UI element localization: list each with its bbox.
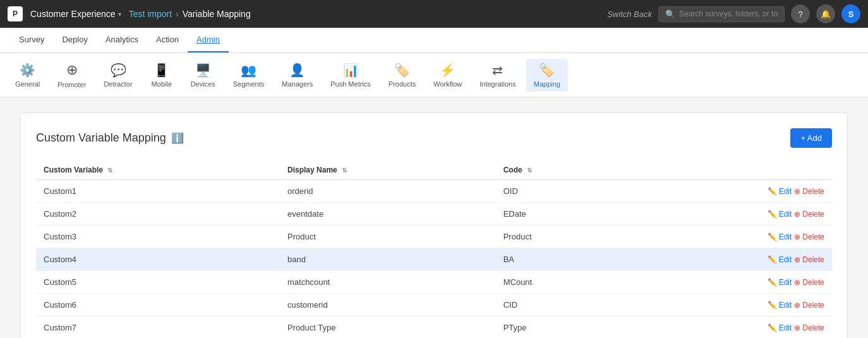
col-actions bbox=[623, 160, 832, 180]
app-logo: P bbox=[8, 6, 23, 21]
cell-custom-variable: Custom6 bbox=[36, 294, 280, 317]
col-display-name: Display Name ⇅ bbox=[280, 160, 496, 180]
search-input[interactable] bbox=[679, 9, 778, 18]
edit-button[interactable]: ✏️ Edit bbox=[768, 323, 792, 332]
delete-icon: ⊗ bbox=[794, 323, 800, 332]
notifications-button[interactable]: 🔔 bbox=[816, 4, 835, 23]
cell-actions: ✏️ Edit ⊗ Delete bbox=[623, 203, 832, 226]
cell-actions: ✏️ Edit ⊗ Delete bbox=[623, 294, 832, 317]
help-button[interactable]: ? bbox=[791, 4, 810, 23]
detractor-icon: 💬 bbox=[111, 63, 126, 78]
edit-button[interactable]: ✏️ Edit bbox=[768, 232, 792, 241]
breadcrumb: Test import › Variable Mapping bbox=[129, 9, 600, 19]
promoter-icon: ⊕ bbox=[66, 62, 78, 78]
app-name-dropdown[interactable]: Customer Experience ▾ bbox=[30, 9, 121, 19]
cell-code: Product bbox=[496, 226, 623, 248]
user-avatar[interactable]: S bbox=[841, 4, 860, 23]
delete-icon: ⊗ bbox=[794, 301, 800, 310]
nav-item-action[interactable]: Action bbox=[147, 28, 188, 52]
cell-code: OID bbox=[496, 180, 623, 203]
workflow-icon: ⚡ bbox=[440, 63, 455, 78]
add-mapping-button[interactable]: + Add bbox=[790, 128, 832, 148]
top-bar: P Customer Experience ▾ Test import › Va… bbox=[0, 0, 868, 28]
delete-button[interactable]: ⊗ Delete bbox=[794, 301, 824, 310]
cell-actions: ✏️ Edit ⊗ Delete bbox=[623, 271, 832, 294]
sort-icon-code[interactable]: ⇅ bbox=[527, 167, 532, 174]
card-title: Custom Variable Mapping bbox=[36, 131, 166, 145]
toolbar-devices[interactable]: 🖥️ Devices bbox=[183, 59, 223, 92]
toolbar-integrations[interactable]: ⇄ Integrations bbox=[472, 59, 523, 92]
table-row: Custom5 matchcount MCount ✏️ Edit ⊗ Dele… bbox=[36, 271, 832, 294]
main-content: Custom Variable Mapping ℹ️ + Add Custom … bbox=[0, 97, 868, 338]
cell-display-name: eventdate bbox=[280, 203, 496, 226]
edit-icon: ✏️ bbox=[768, 323, 777, 332]
cell-code: CID bbox=[496, 294, 623, 317]
col-custom-variable: Custom Variable ⇅ bbox=[36, 160, 280, 180]
search-box[interactable]: 🔍 bbox=[658, 6, 785, 22]
breadcrumb-link[interactable]: Test import bbox=[129, 9, 172, 19]
mapping-card: Custom Variable Mapping ℹ️ + Add Custom … bbox=[20, 112, 848, 338]
nav-item-admin[interactable]: Admin bbox=[188, 28, 229, 52]
push-metrics-icon: 📊 bbox=[343, 63, 359, 78]
delete-button[interactable]: ⊗ Delete bbox=[794, 232, 824, 241]
edit-icon: ✏️ bbox=[768, 210, 777, 219]
help-tooltip-icon[interactable]: ℹ️ bbox=[171, 132, 184, 144]
delete-button[interactable]: ⊗ Delete bbox=[794, 187, 824, 196]
edit-button[interactable]: ✏️ Edit bbox=[768, 278, 792, 287]
toolbar-detractor[interactable]: 💬 Detractor bbox=[96, 59, 140, 92]
search-icon: 🔍 bbox=[665, 9, 675, 19]
toolbar: ⚙️ General ⊕ Promoter 💬 Detractor 📱 Mobi… bbox=[0, 53, 868, 97]
delete-icon: ⊗ bbox=[794, 232, 800, 241]
edit-button[interactable]: ✏️ Edit bbox=[768, 187, 792, 196]
toolbar-mobile[interactable]: 📱 Mobile bbox=[143, 59, 181, 92]
cell-actions: ✏️ Edit ⊗ Delete bbox=[623, 180, 832, 203]
toolbar-products[interactable]: 🏷️ Products bbox=[381, 59, 423, 92]
table-row: Custom7 Product Type PType ✏️ Edit ⊗ Del… bbox=[36, 317, 832, 339]
card-header: Custom Variable Mapping ℹ️ + Add bbox=[36, 128, 832, 148]
toolbar-workflow[interactable]: ⚡ Workflow bbox=[426, 59, 469, 92]
cell-display-name: customerid bbox=[280, 294, 496, 317]
nav-item-survey[interactable]: Survey bbox=[10, 28, 53, 52]
edit-button[interactable]: ✏️ Edit bbox=[768, 301, 792, 310]
cell-display-name: orderid bbox=[280, 180, 496, 203]
toolbar-general[interactable]: ⚙️ General bbox=[8, 59, 47, 92]
nav-item-analytics[interactable]: Analytics bbox=[97, 28, 147, 52]
top-bar-right: Switch Back 🔍 ? 🔔 S bbox=[607, 4, 860, 23]
table-row: Custom4 band BA ✏️ Edit ⊗ Delete bbox=[36, 248, 832, 271]
segments-icon: 👥 bbox=[241, 63, 256, 78]
sort-icon-custom-variable[interactable]: ⇅ bbox=[107, 167, 112, 174]
table-row: Custom6 customerid CID ✏️ Edit ⊗ Delete bbox=[36, 294, 832, 317]
delete-button[interactable]: ⊗ Delete bbox=[794, 278, 824, 287]
delete-button[interactable]: ⊗ Delete bbox=[794, 323, 824, 332]
table-row: Custom3 Product Product ✏️ Edit ⊗ Delete bbox=[36, 226, 832, 248]
cell-actions: ✏️ Edit ⊗ Delete bbox=[623, 226, 832, 248]
table-header-row: Custom Variable ⇅ Display Name ⇅ Code ⇅ bbox=[36, 160, 832, 180]
edit-icon: ✏️ bbox=[768, 278, 777, 287]
col-code: Code ⇅ bbox=[496, 160, 623, 180]
delete-button[interactable]: ⊗ Delete bbox=[794, 255, 824, 264]
products-icon: 🏷️ bbox=[394, 63, 410, 78]
devices-icon: 🖥️ bbox=[195, 63, 211, 78]
toolbar-mapping[interactable]: 🏷️ Mapping bbox=[526, 59, 568, 92]
sort-icon-display-name[interactable]: ⇅ bbox=[342, 167, 347, 174]
app-dropdown-chevron: ▾ bbox=[118, 11, 121, 18]
managers-icon: 👤 bbox=[289, 63, 305, 78]
cell-custom-variable: Custom3 bbox=[36, 226, 280, 248]
switch-back-link[interactable]: Switch Back bbox=[607, 9, 652, 19]
breadcrumb-current: Variable Mapping bbox=[183, 9, 251, 19]
edit-button[interactable]: ✏️ Edit bbox=[768, 210, 792, 219]
cell-custom-variable: Custom2 bbox=[36, 203, 280, 226]
toolbar-promoter[interactable]: ⊕ Promoter bbox=[50, 58, 93, 92]
toolbar-push-metrics[interactable]: 📊 Push Metrics bbox=[323, 59, 378, 92]
edit-button[interactable]: ✏️ Edit bbox=[768, 255, 792, 264]
cell-display-name: matchcount bbox=[280, 271, 496, 294]
delete-button[interactable]: ⊗ Delete bbox=[794, 210, 824, 219]
edit-icon: ✏️ bbox=[768, 301, 777, 310]
cell-code: EDate bbox=[496, 203, 623, 226]
toolbar-segments[interactable]: 👥 Segments bbox=[226, 59, 272, 92]
edit-icon: ✏️ bbox=[768, 232, 777, 241]
cell-display-name: band bbox=[280, 248, 496, 271]
secondary-nav: Survey Deploy Analytics Action Admin bbox=[0, 28, 868, 53]
nav-item-deploy[interactable]: Deploy bbox=[53, 28, 96, 52]
toolbar-managers[interactable]: 👤 Managers bbox=[274, 59, 320, 92]
